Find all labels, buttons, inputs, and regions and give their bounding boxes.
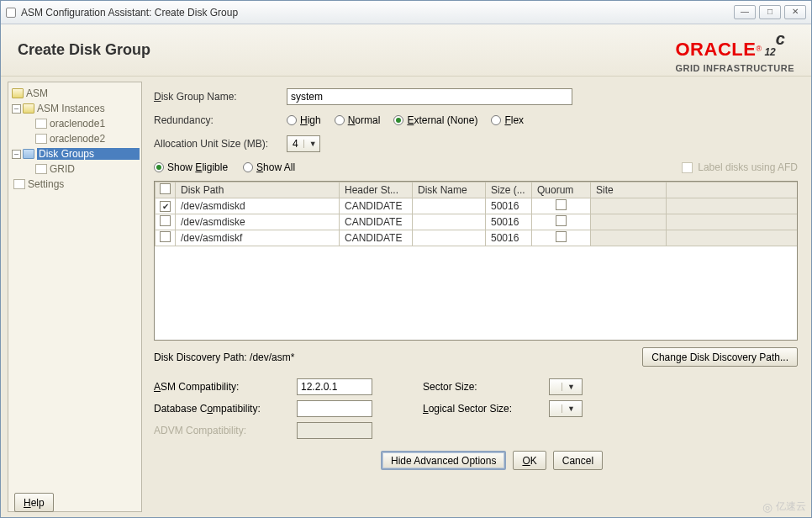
cell-header: CANDIDATE: [340, 214, 413, 230]
redundancy-flex[interactable]: Flex: [491, 114, 524, 126]
tree-grid[interactable]: GRID: [10, 161, 140, 177]
discovery-path-label: Disk Discovery Path: /dev/asm*: [154, 352, 294, 363]
watermark: ◎ 亿速云: [762, 500, 806, 514]
col-disk-path[interactable]: Disk Path: [176, 182, 340, 198]
cancel-button[interactable]: Cancel: [553, 451, 603, 470]
tree-node2[interactable]: oraclenode2: [10, 131, 140, 146]
disks-table: Disk Path Header St... Disk Name Size (.…: [154, 181, 798, 341]
cell-site: [591, 198, 667, 214]
titlebar: ASM Configuration Assistant: Create Disk…: [1, 1, 811, 24]
ok-button[interactable]: OK: [513, 451, 546, 470]
col-size[interactable]: Size (...: [486, 182, 532, 198]
tree-asm[interactable]: ASM: [10, 86, 140, 101]
form-panel: Disk Group Name: Redundancy: High Normal…: [142, 77, 811, 517]
chevron-down-icon: ▼: [303, 140, 317, 148]
cell-path: /dev/asmdiskf: [176, 230, 340, 246]
tree-disk-groups[interactable]: Disk Groups: [37, 148, 140, 160]
chevron-down-icon: ▼: [562, 404, 575, 413]
redundancy-label: Redundancy:: [154, 114, 287, 126]
tree-disk-groups-parent[interactable]: –Disk Groups: [10, 146, 140, 161]
cell-path: /dev/asmdiske: [176, 214, 340, 230]
redundancy-external[interactable]: External (None): [393, 114, 477, 126]
au-size-label: Allocation Unit Size (MB):: [154, 138, 287, 150]
afd-checkbox: Label disks using AFD: [682, 161, 798, 173]
app-icon: [6, 8, 16, 18]
collapse-icon[interactable]: –: [12, 104, 21, 114]
sector-size-label: Sector Size:: [423, 381, 549, 393]
tree-node1[interactable]: oraclenode1: [10, 116, 140, 131]
cell-path: /dev/asmdiskd: [176, 198, 340, 214]
tree-asm-instances[interactable]: –ASM Instances: [10, 101, 140, 116]
oracle-brand: ORACLE: [676, 39, 757, 60]
cell-size: 50016: [486, 214, 532, 230]
oracle-version: 12c: [764, 28, 784, 62]
redundancy-normal[interactable]: Normal: [335, 114, 381, 126]
au-size-combo[interactable]: 4▼: [287, 135, 320, 152]
db-compat-input[interactable]: [297, 400, 372, 417]
asm-compat-label: ASM Compatibility:: [154, 381, 297, 393]
cell-header: CANDIDATE: [340, 230, 413, 246]
oracle-product: GRID INFRASTRUCTURE: [676, 63, 795, 73]
row-quorum[interactable]: [556, 231, 567, 242]
logical-sector-combo[interactable]: ▼: [549, 400, 583, 417]
col-site[interactable]: Site: [591, 182, 667, 198]
header: Create Disk Group ORACLE® 12c GRID INFRA…: [1, 24, 811, 77]
table-row[interactable]: /dev/asmdiskeCANDIDATE50016: [156, 214, 798, 230]
col-header-status[interactable]: Header St...: [340, 182, 413, 198]
close-button[interactable]: ✕: [784, 5, 806, 19]
nav-tree: ASM –ASM Instances oraclenode1 oraclenod…: [8, 82, 142, 512]
cell-diskname: [413, 214, 486, 230]
cell-diskname: [413, 198, 486, 214]
table-row[interactable]: ✔/dev/asmdiskdCANDIDATE50016: [156, 198, 798, 214]
cell-diskname: [413, 230, 486, 246]
cell-header: CANDIDATE: [340, 198, 413, 214]
tree-settings[interactable]: Settings: [10, 177, 140, 192]
cell-site: [591, 214, 667, 230]
col-quorum[interactable]: Quorum: [532, 182, 591, 198]
page-title: Create Disk Group: [18, 41, 676, 59]
hide-advanced-button[interactable]: Hide Advanced Options: [381, 451, 506, 470]
cell-site: [591, 230, 667, 246]
sector-size-combo[interactable]: ▼: [549, 378, 583, 395]
redundancy-high[interactable]: High: [287, 114, 321, 126]
disk-group-name-label: Disk Group Name:: [154, 91, 287, 103]
minimize-button[interactable]: —: [734, 5, 756, 19]
cell-size: 50016: [486, 230, 532, 246]
advm-compat-input: [297, 422, 372, 439]
row-check[interactable]: [160, 215, 171, 226]
advm-compat-label: ADVM Compatibility:: [154, 425, 297, 436]
row-check[interactable]: ✔: [160, 201, 171, 212]
discovery-path-value: /dev/asm*: [250, 352, 294, 363]
change-discovery-path-button[interactable]: Change Disk Discovery Path...: [642, 347, 798, 367]
help-button[interactable]: Help: [14, 493, 54, 512]
window-title: ASM Configuration Assistant: Create Disk…: [21, 7, 734, 18]
cell-size: 50016: [486, 198, 532, 214]
table-row[interactable]: /dev/asmdiskfCANDIDATE50016: [156, 230, 798, 246]
col-check[interactable]: [156, 182, 176, 198]
show-eligible-radio[interactable]: Show Eligible: [154, 161, 228, 173]
disk-group-name-input[interactable]: [287, 88, 572, 105]
chevron-down-icon: ▼: [562, 383, 575, 391]
maximize-button[interactable]: □: [759, 5, 781, 19]
oracle-branding: ORACLE® 12c GRID INFRASTRUCTURE: [676, 28, 795, 73]
row-check[interactable]: [160, 231, 171, 242]
row-quorum[interactable]: [556, 199, 567, 210]
window-controls: — □ ✕: [734, 5, 806, 19]
db-compat-label: Database Compatibility:: [154, 403, 297, 415]
row-quorum[interactable]: [556, 215, 567, 226]
asm-compat-input[interactable]: [297, 378, 372, 395]
show-all-radio[interactable]: Show All: [243, 161, 295, 173]
collapse-icon[interactable]: –: [12, 150, 21, 159]
col-disk-name[interactable]: Disk Name: [413, 182, 486, 198]
logical-sector-label: Logical Sector Size:: [423, 403, 549, 415]
